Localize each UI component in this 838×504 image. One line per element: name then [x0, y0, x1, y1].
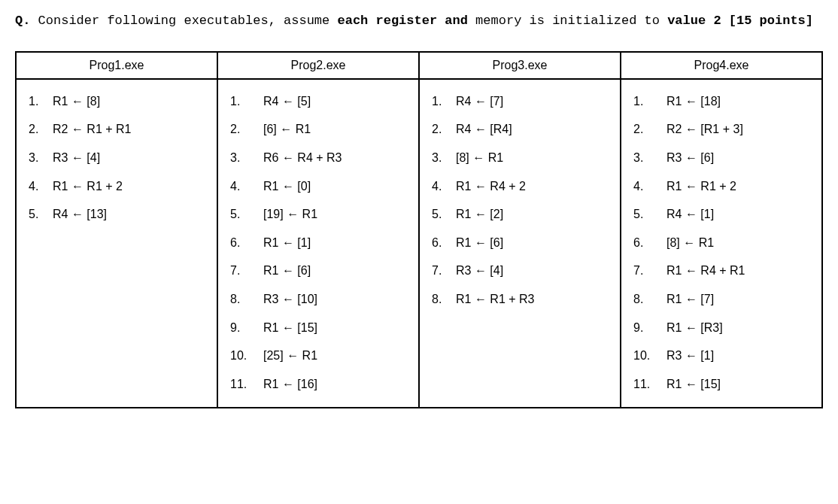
instruction-row: 1.R4 ← [7] [432, 87, 612, 116]
instruction-text: [8] ← R1 [666, 229, 714, 257]
instruction-row: 4.R1 ← R1 + 2 [633, 172, 814, 201]
instruction-row: 10.R3 ← [1] [633, 342, 814, 370]
column-header: Prog3.exe [419, 52, 621, 79]
question-mid: memory is initialized to [468, 14, 667, 28]
instruction-number: 8. [633, 285, 666, 314]
instruction-text: R1 ← R1 + 2 [53, 172, 123, 201]
instruction-text: R1 ← [7] [666, 285, 714, 314]
instruction-text: R2 ← [R1 + 3] [666, 115, 743, 144]
instruction-text: R1 ← [1] [263, 229, 311, 257]
instruction-row: 4.R1 ← [0] [230, 172, 411, 201]
question-bold2: value 2 [15 points] [667, 14, 813, 28]
instruction-text: R1 ← [16] [263, 370, 317, 399]
instruction-row: 6.R1 ← [6] [432, 229, 612, 257]
instruction-number: 5. [633, 200, 666, 229]
instruction-number: 8. [432, 285, 456, 314]
instruction-number: 4. [230, 172, 263, 201]
instruction-number: 4. [432, 172, 456, 201]
instruction-number: 7. [230, 257, 263, 285]
instruction-number: 2. [29, 115, 53, 144]
instruction-row: 7.R1 ← R4 + R1 [633, 257, 814, 285]
instruction-list: 1.R1 ← [18]2.R2 ← [R1 + 3]3.R3 ← [6]4.R1… [633, 87, 814, 399]
instruction-text: R3 ← [4] [53, 144, 100, 172]
instruction-row: 4.R1 ← R1 + 2 [29, 172, 209, 201]
instruction-number: 9. [230, 314, 263, 342]
instruction-row: 8.R1 ← R1 + R3 [432, 285, 612, 314]
instruction-number: 3. [29, 144, 53, 172]
instruction-number: 10. [633, 342, 666, 370]
instruction-text: R3 ← [4] [456, 257, 503, 285]
column-header: Prog2.exe [217, 52, 419, 79]
instruction-text: R1 ← R1 + 2 [666, 172, 736, 201]
instruction-number: 9. [633, 314, 666, 342]
instruction-number: 3. [432, 144, 456, 172]
instruction-number: 7. [633, 257, 666, 285]
instruction-text: R1 ← [2] [456, 200, 503, 229]
instruction-row: 4.R1 ← R4 + 2 [432, 172, 612, 201]
instruction-number: 10. [230, 342, 263, 370]
instruction-text: [6] ← R1 [263, 115, 311, 144]
instruction-list: 1.R1 ← [8]2.R2 ← R1 + R13.R3 ← [4]4.R1 ←… [29, 87, 209, 229]
program-cell: 1.R4 ← [7]2.R4 ← [R4]3.[8] ← R14.R1 ← R4… [419, 79, 621, 408]
instruction-row: 10.[25] ← R1 [230, 342, 411, 370]
program-cell: 1.R1 ← [18]2.R2 ← [R1 + 3]3.R3 ← [6]4.R1… [621, 79, 822, 408]
instruction-number: 5. [230, 200, 263, 229]
instruction-text: R1 ← [15] [666, 370, 721, 399]
instruction-text: R1 ← R1 + R3 [456, 285, 534, 314]
instruction-text: R3 ← [1] [666, 342, 714, 370]
instruction-row: 3.[8] ← R1 [432, 144, 612, 172]
instruction-row: 2.R4 ← [R4] [432, 115, 612, 144]
instruction-row: 7.R1 ← [6] [230, 257, 411, 285]
instruction-text: [19] ← R1 [263, 200, 317, 229]
instruction-row: 3.R3 ← [6] [633, 144, 814, 172]
instruction-row: 11.R1 ← [16] [230, 370, 411, 399]
instruction-text: [8] ← R1 [456, 144, 503, 172]
instruction-number: 5. [432, 200, 456, 229]
instruction-number: 6. [432, 229, 456, 257]
instruction-row: 11.R1 ← [15] [633, 370, 814, 399]
instruction-text: R1 ← [18] [666, 87, 721, 116]
instruction-text: R3 ← [10] [263, 285, 317, 314]
instruction-row: 9.R1 ← [15] [230, 314, 411, 342]
instruction-number: 1. [29, 87, 53, 116]
instruction-row: 2.[6] ← R1 [230, 115, 411, 144]
instruction-number: 8. [230, 285, 263, 314]
instruction-number: 11. [633, 370, 666, 399]
instruction-number: 1. [633, 87, 666, 116]
instruction-text: R1 ← [6] [263, 257, 311, 285]
instruction-number: 5. [29, 200, 53, 229]
instruction-text: R4 ← [13] [53, 200, 107, 229]
column-header: Prog1.exe [16, 52, 217, 79]
instruction-text: R1 ← [6] [456, 229, 503, 257]
instruction-row: 6.R1 ← [1] [230, 229, 411, 257]
instruction-number: 2. [432, 115, 456, 144]
column-header: Prog4.exe [621, 52, 822, 79]
table-header-row: Prog1.exeProg2.exeProg3.exeProg4.exe [16, 52, 822, 79]
instruction-text: R4 ← [7] [456, 87, 503, 116]
program-cell: 1.R1 ← [8]2.R2 ← R1 + R13.R3 ← [4]4.R1 ←… [16, 79, 217, 408]
instruction-row: 7.R3 ← [4] [432, 257, 612, 285]
question-label: Q. [15, 14, 30, 28]
instruction-number: 7. [432, 257, 456, 285]
instruction-text: R1 ← [R3] [666, 314, 723, 342]
instruction-row: 5.R4 ← [1] [633, 200, 814, 229]
instruction-row: 2.R2 ← [R1 + 3] [633, 115, 814, 144]
instruction-text: R1 ← R4 + R1 [666, 257, 745, 285]
instruction-number: 4. [633, 172, 666, 201]
instruction-row: 8.R3 ← [10] [230, 285, 411, 314]
instruction-text: R6 ← R4 + R3 [263, 144, 342, 172]
instruction-number: 2. [230, 115, 263, 144]
instruction-row: 8.R1 ← [7] [633, 285, 814, 314]
instruction-number: 2. [633, 115, 666, 144]
instruction-row: 9.R1 ← [R3] [633, 314, 814, 342]
instruction-number: 1. [230, 87, 263, 116]
instruction-text: R1 ← [8] [53, 87, 100, 116]
instruction-list: 1.R4 ← [7]2.R4 ← [R4]3.[8] ← R14.R1 ← R4… [432, 87, 612, 314]
instruction-number: 4. [29, 172, 53, 201]
instruction-row: 1.R1 ← [8] [29, 87, 209, 116]
instruction-number: 3. [633, 144, 666, 172]
instruction-number: 1. [432, 87, 456, 116]
instruction-number: 11. [230, 370, 263, 399]
question-pre: Consider following executables, assume [30, 14, 337, 28]
instruction-text: R3 ← [6] [666, 144, 714, 172]
